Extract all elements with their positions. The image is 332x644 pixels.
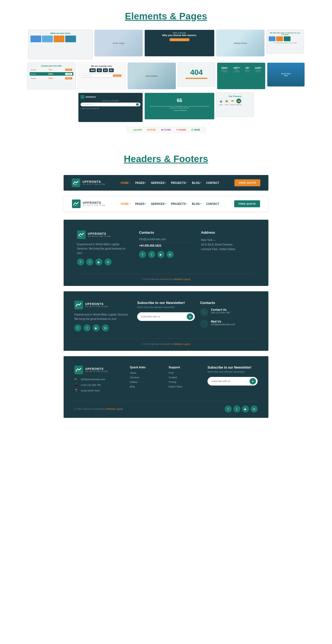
nav-home-light[interactable]: HOME ▾	[121, 202, 130, 205]
footer2-mail-val: info@yourdomain.com	[211, 323, 235, 326]
footer1-address: New York —18 N 3rd E Street Downey,Lecha…	[201, 238, 255, 251]
footer1-desc: Experienced in World-Wide Logistic Servi…	[77, 242, 131, 255]
headers-section: Headers & Footers	[0, 145, 332, 175]
social-youtube-2[interactable]: ▶	[93, 324, 100, 331]
social-facebook-1[interactable]: f	[77, 258, 84, 265]
footer1-contacts-col: Contacts info@yourdomain.com +44 205-658…	[139, 230, 193, 265]
footer2-newsletter-sub: Don't miss any relevant vacancies!	[137, 306, 195, 309]
preview-card-delivery: Delivery Person	[216, 30, 265, 57]
footer2-contacts-title: Contacts	[200, 301, 258, 305]
free-quote-btn-light[interactable]: FREE QUOTE	[234, 200, 260, 207]
footer3-subscribe-btn[interactable]: ➤	[250, 378, 256, 384]
footer3-bottom: © 2023 Upfronts Powered by Website Layou…	[74, 401, 258, 412]
social-twitter-2[interactable]: t	[84, 324, 91, 331]
social-linkedin-1b[interactable]: in	[167, 251, 174, 258]
preview-card-portfolio: What we have done	[28, 30, 93, 59]
footer3-support-title: Support	[169, 366, 202, 369]
preview-card-services: We offer best types of services for your…	[266, 30, 304, 54]
nav-contact-light[interactable]: CONTACT	[206, 202, 219, 205]
preview-card-process: Our Process 🚢 Select 📦 Order 💳 Paymen	[216, 93, 254, 117]
social-linkedin-2[interactable]: in	[102, 324, 109, 331]
footer2-logo-icon	[74, 301, 83, 309]
social-twitter-1b[interactable]: t	[148, 251, 155, 258]
footer3-newsletter-col: Subscribe to our Newsletter! Don't miss …	[208, 366, 258, 394]
footer2-subscribe-input[interactable]	[141, 315, 186, 318]
footer3-newsletter-title: Subscribe to our Newsletter!	[208, 366, 258, 369]
elements-section: Elements & Pages What we have done Worke	[0, 0, 332, 145]
footer3-phone-row: 📱 (+44) 123 456 789	[74, 383, 124, 387]
footer3-link-gallery[interactable]: Gallery	[130, 381, 163, 383]
phone-icon-3: 📱	[74, 383, 79, 387]
nav-contact-dark[interactable]: CONTACT	[206, 181, 219, 184]
elements-title: Elements & Pages	[5, 11, 327, 22]
footer1-logo: UPFRONTS GO WITH THE FLOW	[77, 230, 131, 239]
nav-projects-light[interactable]: PROJECTS ▾	[171, 202, 187, 205]
social-linkedin-3[interactable]: in	[251, 405, 258, 412]
footer3-link-blog[interactable]: Blog	[130, 385, 163, 388]
footer3-copyright-link[interactable]: Website Layout	[106, 408, 123, 410]
footer2-desc: Experienced in World-Wide Logistic Servi…	[74, 313, 132, 321]
phone-icon-circle: 📞	[200, 308, 208, 316]
social-youtube-1b[interactable]: ▶	[157, 251, 164, 258]
footer3-email-row: ✉ info@yourdomain.com	[74, 377, 124, 381]
logo-text: UPFRONTS GO WITH THE FLOW	[82, 180, 105, 186]
footer2-logo: UPFRONTS GO WITH THE FLOW	[74, 301, 132, 309]
free-quote-btn-dark[interactable]: FREE QUOTE	[234, 179, 260, 186]
nav-projects-dark[interactable]: PROJECTS ▾	[171, 181, 187, 184]
logo-icon	[72, 178, 80, 187]
footer2-phone-label: Contact Us	[211, 308, 230, 311]
footer2-newsletter-title: Subscribe to our Newsletter!	[137, 301, 195, 305]
footer3-link-services[interactable]: Services	[130, 376, 163, 379]
footer3-subscribe-row: ➤	[208, 377, 258, 386]
social-youtube-3[interactable]: ▶	[242, 405, 249, 412]
logo-text-light: UPFRONTS GO WITH THE FLOW	[83, 201, 106, 206]
footer3-subscribe-input[interactable]	[211, 380, 250, 383]
footer1-email[interactable]: info@yourdomain.com	[139, 238, 193, 243]
preview-card-coming-soon: We are coming soon 969 13 14 02 your@ema…	[77, 62, 126, 89]
social-youtube-1[interactable]: ▶	[95, 258, 102, 265]
footer2-mail-label: Mail Us	[211, 320, 235, 323]
nav-light: HOME ▾ PAGES ▾ SERVICES ▾ PROJECTS ▾ BLO…	[106, 202, 234, 205]
social-facebook-1b[interactable]: f	[139, 251, 146, 258]
footer3-link-contact[interactable]: Contact	[169, 376, 202, 379]
logo-icon-light	[72, 200, 81, 208]
mail-icon-circle: ✉	[200, 320, 208, 328]
preview-card-footer-prev: UPFRONTS Subscribe to our Newsletter! Su…	[78, 93, 143, 122]
footer-1: UPFRONTS GO WITH THE FLOW Experienced in…	[64, 220, 268, 286]
footer2-newsletter-col: Subscribe to our Newsletter! Don't miss …	[137, 301, 195, 332]
footer3-link-faq[interactable]: FAQ	[169, 372, 202, 374]
location-icon-3: 📍	[74, 389, 79, 392]
footer2-subscribe-btn[interactable]: ➤	[187, 313, 193, 320]
social-linkedin-1[interactable]: in	[105, 258, 112, 265]
social-facebook-2[interactable]: f	[74, 324, 81, 331]
nav-home-dark[interactable]: HOME ▾	[121, 181, 130, 184]
footer3-link-pricing[interactable]: Pricing	[169, 381, 202, 383]
nav-services-light[interactable]: SERVICES ▾	[151, 202, 166, 205]
footer3-link-about[interactable]: About	[130, 372, 163, 374]
footer2-contacts-col: Contacts 📞 Contact Us (44) 123-456-789 ✉…	[200, 301, 258, 332]
social-facebook-3[interactable]: f	[225, 405, 232, 412]
footer3-support-col: Support FAQ Contact Pricing Expert Team	[169, 366, 202, 394]
nav-pages-dark[interactable]: PAGES ▾	[135, 181, 146, 184]
social-twitter-1[interactable]: t	[86, 258, 93, 265]
footer1-copyright-link[interactable]: Website Layout	[174, 278, 190, 281]
header-dark: UPFRONTS GO WITH THE FLOW HOME ▾ PAGES ▾…	[64, 175, 268, 191]
footer3-newsletter-sub: Don't miss any relevant vacancies!	[208, 370, 258, 373]
footer2-copyright-link[interactable]: Website Layout	[174, 343, 190, 345]
preview-card-stats: 1826+Delivered Packages 1457+Happy Custo…	[217, 62, 265, 89]
preview-card-quote: 66 What sort of men would think it is ac…	[144, 93, 215, 120]
footer2-phone-item: 📞 Contact Us (44) 123-456-789	[200, 308, 258, 316]
footer2-social: f t ▶ in	[74, 324, 132, 331]
preview-card-404: 404	[178, 62, 215, 87]
footer3-link-expert[interactable]: Expert Team	[169, 385, 202, 388]
nav-services-dark[interactable]: SERVICES ▾	[151, 181, 166, 184]
logo-light[interactable]: UPFRONTS GO WITH THE FLOW	[72, 200, 106, 208]
logo-dark[interactable]: UPFRONTS GO WITH THE FLOW	[72, 178, 105, 187]
nav-blog-dark[interactable]: BLOG ▾	[192, 181, 201, 184]
social-twitter-3[interactable]: t	[233, 405, 240, 412]
footer2-subscribe-row: ➤	[137, 312, 195, 321]
nav-dark: HOME ▾ PAGES ▾ SERVICES ▾ PROJECTS ▾ BLO…	[105, 181, 235, 184]
nav-pages-light[interactable]: PAGES ▾	[135, 202, 146, 205]
nav-blog-light[interactable]: BLOG ▾	[192, 202, 201, 205]
footer3-quicklinks-title: Quick links	[130, 366, 163, 369]
